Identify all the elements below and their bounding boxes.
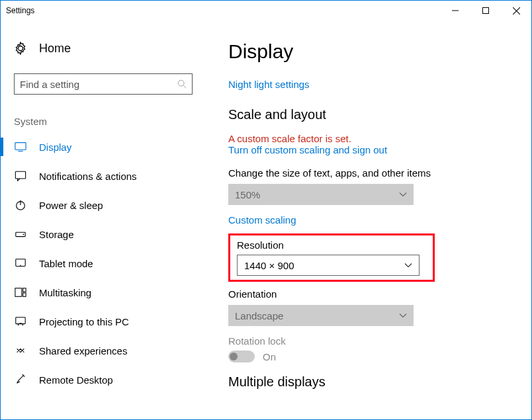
sidebar-item-storage[interactable]: Storage: [1, 220, 206, 249]
orientation-dropdown: Landscape: [228, 305, 414, 326]
search-input[interactable]: [14, 73, 193, 95]
sidebar-item-label: Shared experiences: [39, 345, 127, 357]
sidebar-item-display[interactable]: Display: [1, 132, 206, 161]
main-content: Display Night light settings Scale and l…: [206, 22, 531, 419]
text-size-value: 150%: [235, 189, 260, 200]
sidebar-item-multitasking[interactable]: Multitasking: [1, 278, 206, 307]
resolution-label: Resolution: [237, 239, 426, 251]
chat-icon: [14, 169, 27, 183]
sidebar-item-tablet[interactable]: Tablet mode: [1, 249, 206, 278]
svg-rect-18: [16, 317, 25, 324]
storage-icon: [14, 228, 27, 241]
svg-rect-16: [23, 288, 26, 292]
resolution-highlight: Resolution 1440 × 900: [228, 233, 435, 282]
rotation-lock-label: Rotation lock: [228, 335, 509, 347]
scale-heading: Scale and layout: [228, 107, 509, 122]
sidebar-item-power[interactable]: Power & sleep: [1, 190, 206, 220]
projecting-icon: [14, 315, 27, 328]
sidebar-item-label: Display: [39, 142, 71, 153]
svg-rect-6: [15, 143, 26, 150]
svg-rect-17: [23, 293, 26, 296]
page-title: Display: [228, 40, 509, 63]
turn-off-scaling-link[interactable]: Turn off custom scaling and sign out: [228, 144, 387, 155]
svg-rect-8: [15, 171, 25, 179]
titlebar: Settings: [1, 1, 531, 22]
svg-point-12: [23, 234, 24, 235]
sidebar-item-projecting[interactable]: Projecting to this PC: [1, 307, 206, 336]
window-controls: [440, 1, 531, 21]
sidebar-section-label: System: [1, 95, 206, 132]
text-size-label: Change the size of text, apps, and other…: [228, 167, 509, 179]
gear-icon: [14, 42, 27, 55]
sidebar-item-label: Remote Desktop: [39, 374, 113, 386]
multiple-displays-heading: Multiple displays: [228, 374, 509, 390]
home-button[interactable]: Home: [1, 34, 206, 63]
night-light-link[interactable]: Night light settings: [228, 79, 310, 90]
sidebar-item-label: Multitasking: [39, 287, 91, 298]
sidebar-item-label: Storage: [39, 229, 74, 240]
chevron-down-icon: [404, 261, 412, 269]
svg-rect-14: [20, 265, 21, 266]
close-button[interactable]: [501, 1, 531, 21]
svg-rect-15: [15, 288, 22, 297]
svg-rect-1: [483, 8, 489, 14]
power-icon: [14, 198, 27, 212]
home-label: Home: [39, 42, 71, 56]
sidebar-item-label: Notifications & actions: [39, 171, 137, 182]
remote-icon: [14, 373, 27, 386]
window-title: Settings: [6, 1, 440, 15]
sidebar-item-shared[interactable]: Shared experiences: [1, 336, 206, 365]
tablet-icon: [14, 257, 27, 270]
chevron-down-icon: [399, 312, 407, 319]
maximize-button[interactable]: [470, 1, 501, 21]
text-size-dropdown: 150%: [228, 184, 414, 205]
minimize-button[interactable]: [440, 1, 470, 21]
custom-scale-warning: A custom scale factor is set.: [228, 133, 509, 144]
sidebar-item-remote[interactable]: Remote Desktop: [1, 365, 206, 394]
orientation-label: Orientation: [228, 288, 509, 300]
sidebar-item-label: Projecting to this PC: [39, 316, 129, 327]
custom-scaling-link[interactable]: Custom scaling: [228, 214, 296, 226]
search-icon: [177, 79, 187, 89]
rotation-lock-state: On: [263, 351, 276, 362]
display-icon: [14, 140, 27, 153]
multitasking-icon: [14, 286, 27, 299]
resolution-dropdown[interactable]: 1440 × 900: [237, 255, 420, 276]
chevron-down-icon: [399, 190, 407, 198]
sidebar-item-label: Tablet mode: [39, 258, 93, 269]
svg-line-5: [183, 85, 186, 88]
rotation-lock-toggle: [228, 351, 255, 362]
svg-point-4: [178, 80, 184, 86]
sidebar-item-label: Power & sleep: [39, 200, 103, 211]
orientation-value: Landscape: [235, 310, 283, 321]
shared-icon: [14, 344, 27, 357]
sidebar: Home System Display Notifications &: [1, 22, 206, 419]
sidebar-item-notifications[interactable]: Notifications & actions: [1, 161, 206, 190]
resolution-value: 1440 × 900: [244, 260, 294, 271]
